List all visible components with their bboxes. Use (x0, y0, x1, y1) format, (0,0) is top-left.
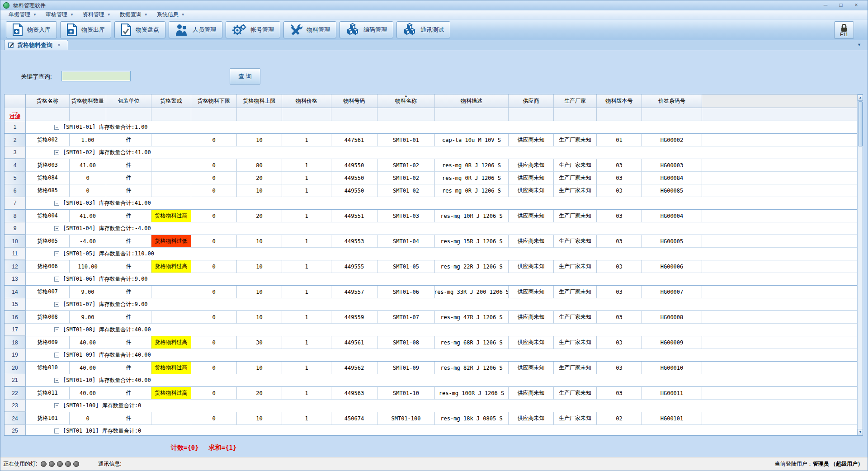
table-cell[interactable]: 供应商未知 (509, 184, 554, 197)
table-cell[interactable]: res-mg 22R J 1206 S (435, 260, 509, 273)
row-number[interactable]: 8 (5, 210, 26, 222)
table-row[interactable]: 22货格01140.00件货格物料过高0201449563SMT01-10res… (5, 387, 858, 400)
table-cell[interactable]: 449563 (331, 387, 377, 400)
table-cell[interactable]: res-mg 0R J 1206 S (435, 184, 509, 197)
filter-cell[interactable] (642, 108, 702, 121)
table-cell[interactable]: 件 (106, 172, 151, 184)
table-cell[interactable]: 449557 (331, 286, 377, 298)
menu-documents[interactable]: 单据管理▼ (4, 10, 41, 19)
table-cell[interactable]: 03 (597, 235, 642, 248)
table-cell[interactable]: 10 (237, 260, 282, 273)
table-cell[interactable]: 件 (106, 235, 151, 248)
table-cell[interactable]: 0 (191, 362, 237, 374)
table-cell[interactable]: 80 (237, 159, 282, 172)
table-cell[interactable]: 货格007 (26, 286, 70, 298)
table-cell[interactable]: HG00101 (642, 412, 702, 425)
table-cell[interactable]: 件 (106, 336, 151, 349)
table-cell[interactable]: 1 (282, 210, 331, 222)
column-header[interactable]: 物料描述 (435, 94, 509, 108)
vertical-scrollbar[interactable]: ▲ ▼ (857, 94, 863, 435)
group-row[interactable]: 15−[SMT01-07] 库存数量合计:9.00 (5, 298, 858, 311)
row-number[interactable]: 5 (5, 172, 26, 184)
table-cell[interactable]: 20 (237, 172, 282, 184)
menu-data[interactable]: 资料管理▼ (78, 10, 115, 19)
menu-audit[interactable]: 审核管理▼ (41, 10, 78, 19)
table-row[interactable]: 16货格0089.00件0101449559SMT01-07res-mg 47R… (5, 311, 858, 324)
row-number[interactable]: 1 (5, 121, 26, 133)
collapse-icon[interactable]: − (54, 251, 59, 256)
table-cell[interactable]: 货格011 (26, 387, 70, 400)
row-number[interactable]: 7 (5, 197, 26, 209)
table-cell[interactable]: 0 (70, 172, 106, 184)
scroll-up-icon[interactable]: ▲ (858, 94, 863, 101)
table-cell[interactable]: res-mg 10R J 1206 S (435, 210, 509, 222)
table-cell[interactable]: 10 (237, 184, 282, 197)
row-number[interactable]: 2 (5, 134, 26, 146)
keyword-search-input[interactable] (61, 71, 131, 81)
row-number[interactable]: 14 (5, 286, 26, 298)
table-cell[interactable]: 03 (597, 159, 642, 172)
row-number[interactable]: 3 (5, 146, 26, 159)
group-row[interactable]: 9−[SMT01-04] 库存数量合计:-4.00 (5, 222, 858, 235)
group-row[interactable]: 21−[SMT01-10] 库存数量合计:40.00 (5, 374, 858, 387)
row-number[interactable]: 17 (5, 324, 26, 336)
row-number[interactable]: 25 (5, 425, 26, 436)
table-cell[interactable]: 供应商未知 (509, 134, 554, 146)
comm-test-button[interactable]: 通讯测试 (396, 21, 450, 38)
table-cell[interactable]: 件 (106, 387, 151, 400)
row-number[interactable]: 15 (5, 298, 26, 311)
table-cell[interactable]: SMT01-06 (377, 286, 435, 298)
row-number[interactable]: 10 (5, 235, 26, 248)
table-cell[interactable]: 货格009 (26, 336, 70, 349)
table-cell[interactable]: 货格005 (26, 235, 70, 248)
group-row[interactable]: 1−[SMT01-01] 库存数量合计:1.00 (5, 121, 858, 134)
filter-cell[interactable] (377, 108, 435, 121)
table-cell[interactable]: 供应商未知 (509, 336, 554, 349)
table-cell[interactable]: 449559 (331, 311, 377, 324)
table-cell[interactable]: 0 (70, 412, 106, 425)
table-cell[interactable]: 货格物料过高 (151, 210, 191, 222)
row-number[interactable]: 18 (5, 336, 26, 349)
table-cell[interactable]: 供应商未知 (509, 159, 554, 172)
table-cell[interactable]: 1 (282, 336, 331, 349)
table-cell[interactable]: HG00005 (642, 235, 702, 248)
column-header[interactable]: 货格名称 (26, 94, 70, 108)
table-cell[interactable]: res-mg 68R J 1206 S (435, 336, 509, 349)
stocktake-button[interactable]: 物资盘点 (114, 21, 165, 38)
table-cell[interactable]: 货格物料过高 (151, 387, 191, 400)
stock-in-button[interactable]: 物资入库 (6, 21, 57, 38)
table-cell[interactable]: 449551 (331, 210, 377, 222)
table-cell[interactable]: 1 (282, 260, 331, 273)
table-cell[interactable]: SMT01-10 (377, 387, 435, 400)
table-cell[interactable]: 生产厂家未知 (554, 362, 597, 374)
filter-corner[interactable]: → 过滤 (5, 108, 26, 121)
table-cell[interactable]: 03 (597, 172, 642, 184)
filter-cell[interactable] (191, 108, 237, 121)
table-cell[interactable]: HG00008 (642, 311, 702, 324)
table-cell[interactable]: 供应商未知 (509, 362, 554, 374)
table-cell[interactable]: res-mg 82R J 1206 S (435, 362, 509, 374)
table-cell[interactable]: 货格010 (26, 362, 70, 374)
table-cell[interactable]: 生产厂家未知 (554, 172, 597, 184)
row-number[interactable]: 12 (5, 260, 26, 273)
table-cell[interactable]: 1 (282, 311, 331, 324)
table-cell[interactable]: 20 (237, 210, 282, 222)
collapse-icon[interactable]: − (54, 277, 59, 282)
row-number[interactable]: 23 (5, 400, 26, 412)
table-cell[interactable]: 生产厂家未知 (554, 286, 597, 298)
column-header[interactable]: 包装单位 (106, 94, 151, 108)
collapse-icon[interactable]: − (54, 378, 59, 383)
table-cell[interactable]: 1 (282, 172, 331, 184)
table-row[interactable]: 5货格0840件0201449550SMT01-02res-mg 0R J 12… (5, 172, 858, 184)
coding-button[interactable]: 编码管理 (340, 21, 393, 38)
menu-system[interactable]: 系统信息▼ (152, 10, 189, 19)
table-cell[interactable]: 货格101 (26, 412, 70, 425)
row-number[interactable]: 9 (5, 222, 26, 235)
table-cell[interactable]: 1 (282, 235, 331, 248)
collapse-icon[interactable]: − (54, 302, 59, 307)
table-cell[interactable]: HG00084 (642, 172, 702, 184)
table-cell[interactable]: 货格物料过高 (151, 362, 191, 374)
table-cell[interactable]: 生产厂家未知 (554, 210, 597, 222)
group-row[interactable]: 3−[SMT01-02] 库存数量合计:41.00 (5, 146, 858, 159)
column-header[interactable]: 价签条码号 (642, 94, 702, 108)
